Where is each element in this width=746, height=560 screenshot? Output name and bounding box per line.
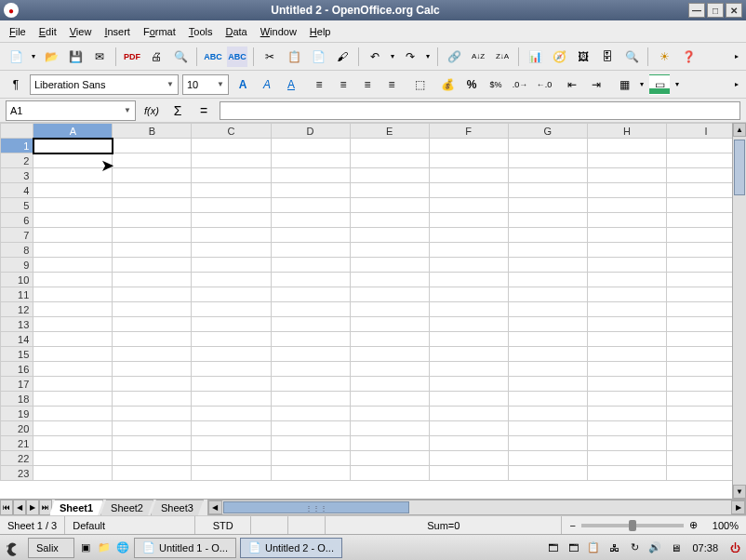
open-button[interactable]: 📂	[41, 47, 61, 67]
toolbar-overflow[interactable]: ▸	[733, 47, 740, 67]
function-button[interactable]: =	[193, 100, 214, 121]
cell-G3[interactable]	[508, 168, 587, 183]
cell-F22[interactable]	[429, 451, 508, 466]
cell-C18[interactable]	[192, 392, 271, 407]
cell-B13[interactable]	[113, 317, 192, 332]
format-paint-button[interactable]: 🖌	[332, 47, 353, 67]
cell-A7[interactable]	[33, 228, 113, 243]
logout-icon[interactable]: ⏻	[727, 540, 742, 555]
cell-F5[interactable]	[429, 198, 508, 213]
cell-A18[interactable]	[33, 392, 113, 407]
column-header-F[interactable]: F	[429, 124, 508, 139]
row-header-7[interactable]: 7	[1, 228, 33, 243]
taskbar-task[interactable]: 📄Untitled 1 - O...	[134, 538, 236, 558]
cell-E7[interactable]	[350, 228, 429, 243]
sort-asc-button[interactable]: A↓Z	[468, 47, 488, 67]
cell-B12[interactable]	[113, 302, 192, 317]
row-header-23[interactable]: 23	[1, 466, 33, 481]
sheet-table[interactable]: ABCDEFGHI1234567891011121314151617181920…	[0, 123, 746, 481]
sum-button[interactable]: Σ	[167, 100, 188, 121]
cell-F18[interactable]	[429, 392, 508, 407]
row-header-5[interactable]: 5	[1, 198, 33, 213]
cell-H5[interactable]	[587, 198, 666, 213]
cell-H21[interactable]	[587, 436, 666, 451]
cell-C13[interactable]	[192, 317, 271, 332]
cell-C8[interactable]	[192, 243, 271, 258]
cell-B22[interactable]	[113, 451, 192, 466]
row-header-12[interactable]: 12	[1, 302, 33, 317]
cell-A10[interactable]	[33, 273, 113, 287]
vertical-scrollbar[interactable]: ▲ ▼	[732, 123, 746, 499]
cell-C21[interactable]	[192, 436, 271, 451]
hscroll-thumb[interactable]: ⋮⋮⋮	[223, 501, 409, 513]
redo-dropdown[interactable]: ▾	[424, 47, 432, 67]
scroll-down-arrow[interactable]: ▼	[733, 485, 746, 499]
menu-tools[interactable]: Tools	[183, 24, 219, 39]
cell-H7[interactable]	[587, 228, 666, 243]
cell-D16[interactable]	[271, 362, 350, 377]
new-button[interactable]: 📄	[6, 47, 26, 67]
row-header-2[interactable]: 2	[1, 153, 33, 168]
print-button[interactable]: 🖨	[146, 47, 167, 67]
cell-B23[interactable]	[113, 466, 192, 481]
cell-G18[interactable]	[508, 392, 587, 407]
email-button[interactable]: ✉	[89, 47, 110, 67]
row-header-13[interactable]: 13	[1, 317, 33, 332]
tray-app2-icon[interactable]: 🗔	[566, 540, 580, 555]
underline-button[interactable]: A	[281, 74, 301, 95]
row-header-18[interactable]: 18	[1, 392, 33, 407]
cut-button[interactable]: ✂	[260, 47, 280, 67]
cell-F11[interactable]	[429, 287, 508, 302]
cell-C9[interactable]	[192, 258, 271, 273]
tray-volume-icon[interactable]: 🔊	[647, 540, 662, 555]
sheet-tab-sheet2[interactable]: Sheet2	[100, 500, 153, 515]
cell-G5[interactable]	[508, 198, 587, 213]
redo-button[interactable]: ↷	[400, 47, 420, 67]
cell-C7[interactable]	[192, 228, 271, 243]
status-mode[interactable]: STD	[195, 516, 251, 534]
borders-dropdown[interactable]: ▾	[638, 74, 646, 95]
cell-B2[interactable]	[113, 153, 192, 168]
taskbar-clock[interactable]: 07:38	[688, 542, 722, 553]
cell-F4[interactable]	[429, 183, 508, 198]
tray-display-icon[interactable]: 🖥	[668, 540, 683, 555]
cell-A8[interactable]	[33, 243, 113, 258]
cell-D13[interactable]	[271, 317, 350, 332]
tab-first-button[interactable]: ⏮	[0, 500, 13, 515]
cell-C23[interactable]	[192, 466, 271, 481]
cell-F9[interactable]	[429, 258, 508, 273]
cell-E19[interactable]	[350, 407, 429, 421]
chart-button[interactable]: 📊	[525, 47, 545, 67]
cell-C20[interactable]	[192, 421, 271, 436]
row-header-1[interactable]: 1	[1, 139, 33, 153]
row-header-8[interactable]: 8	[1, 243, 33, 258]
cell-H12[interactable]	[587, 302, 666, 317]
row-header-3[interactable]: 3	[1, 168, 33, 183]
cell-H16[interactable]	[587, 362, 666, 377]
terminal-icon[interactable]: ▣	[78, 540, 93, 555]
undo-dropdown[interactable]: ▾	[389, 47, 396, 67]
cell-D1[interactable]	[271, 139, 350, 153]
cell-D5[interactable]	[271, 198, 350, 213]
cell-H10[interactable]	[587, 273, 666, 287]
row-header-19[interactable]: 19	[1, 407, 33, 421]
sheet-tab-sheet1[interactable]: Sheet1	[49, 500, 103, 515]
bold-button[interactable]: A	[233, 74, 253, 95]
row-header-15[interactable]: 15	[1, 347, 33, 362]
datasources-button[interactable]: 🗄	[597, 47, 618, 67]
browser-icon[interactable]: 🌐	[115, 540, 130, 555]
column-header-H[interactable]: H	[587, 124, 666, 139]
menu-view[interactable]: View	[64, 24, 98, 39]
cell-G6[interactable]	[508, 213, 587, 228]
row-header-10[interactable]: 10	[1, 273, 33, 287]
row-header-20[interactable]: 20	[1, 421, 33, 436]
row-header-16[interactable]: 16	[1, 362, 33, 377]
cell-E1[interactable]	[350, 139, 429, 153]
paste-button[interactable]: 📄	[308, 47, 328, 67]
new-dropdown[interactable]: ▾	[30, 47, 37, 67]
cell-A5[interactable]	[33, 198, 113, 213]
cell-B15[interactable]	[113, 347, 192, 362]
cell-A4[interactable]	[33, 183, 113, 198]
hyperlink-button[interactable]: 🔗	[444, 47, 464, 67]
cell-G1[interactable]	[508, 139, 587, 153]
